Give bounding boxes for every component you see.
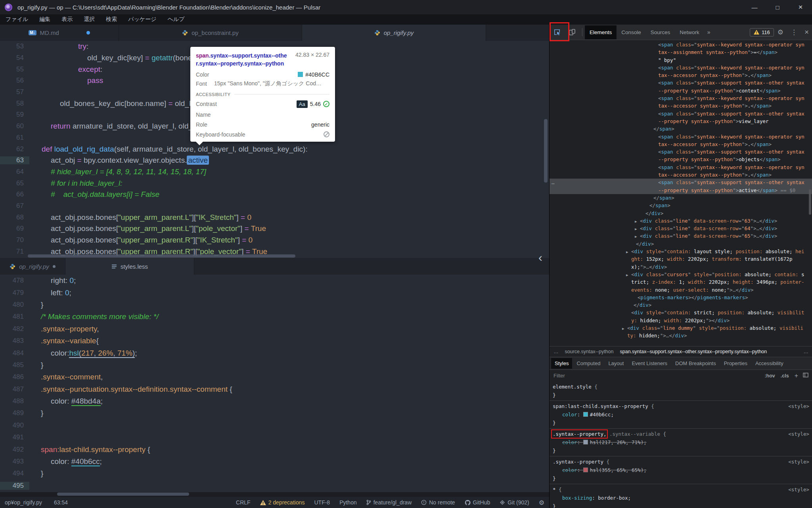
code-line-487[interactable]: 487.syntax--punctuation.syntax--definiti… bbox=[0, 383, 549, 395]
tab-styles.less[interactable]: styles.less bbox=[65, 258, 194, 275]
devtools-close-icon[interactable]: × bbox=[801, 28, 812, 37]
css-rule[interactable]: .syntax--property {<style>color: hsl(355… bbox=[550, 456, 812, 484]
top-editor-hscrollbar[interactable] bbox=[28, 254, 295, 258]
dom-tree-node[interactable]: " bpy" bbox=[550, 56, 812, 64]
maximize-button[interactable]: □ bbox=[766, 0, 789, 14]
devtools-kebab-menu-icon[interactable]: ⋮ bbox=[787, 28, 801, 37]
bottom-editor-hscrollbar[interactable] bbox=[57, 493, 189, 496]
dom-tree-node[interactable]: ▶<div style="contain: layout style; posi… bbox=[550, 248, 812, 271]
breadcrumb-source[interactable]: source.syntax--python bbox=[565, 349, 614, 354]
dom-tree-node[interactable]: <span class="syntax--support syntax--oth… bbox=[550, 110, 812, 125]
dom-tree-node[interactable]: <span class="syntax--keyword syntax--ope… bbox=[550, 164, 812, 179]
code-line-69[interactable]: 69act_obj.pose.bones["upper_arm_parent.L… bbox=[0, 223, 549, 235]
tab-op_rigify.py[interactable]: op_rigify.py bbox=[302, 25, 486, 41]
code-line-481[interactable]: 481/* Makes comments more visible: */ bbox=[0, 311, 549, 323]
minimize-button[interactable]: — bbox=[743, 0, 766, 14]
dom-tree-node[interactable]: </div> bbox=[550, 210, 812, 217]
devtools-tab-elements[interactable]: Elements bbox=[585, 25, 617, 39]
dom-tree-node[interactable]: <span class="syntax--keyword syntax--ope… bbox=[550, 94, 812, 110]
code-line-66[interactable]: 66# act_obj.data.layers[i] = False bbox=[0, 189, 549, 200]
code-line-478[interactable]: 478right: 0; bbox=[0, 275, 549, 287]
dom-tree-node[interactable]: <span class="syntax--keyword syntax--ope… bbox=[550, 133, 812, 148]
code-line-494[interactable]: 494} bbox=[0, 468, 549, 479]
dom-tree-node[interactable]: <pigments-markers></pigments-markers> bbox=[550, 294, 812, 301]
style-source-link[interactable]: <style> bbox=[788, 458, 809, 466]
devtools-tab-network[interactable]: Network bbox=[675, 25, 704, 39]
styles-tab-layout[interactable]: Layout bbox=[605, 358, 627, 369]
top-editor-vscrollbar[interactable] bbox=[544, 119, 548, 183]
code-line-488[interactable]: 488color: #48bd4a; bbox=[0, 395, 549, 407]
dom-tree-node[interactable]: ▶<div class="cursors" style="position: a… bbox=[550, 271, 812, 294]
status-item-crlf[interactable]: CRLF bbox=[236, 499, 251, 506]
menu-item[interactable]: 編集 bbox=[34, 14, 56, 25]
status-item-git-902-[interactable]: Git (902) bbox=[500, 499, 529, 506]
dom-tree-node[interactable]: …<span class="syntax--support syntax--ot… bbox=[550, 179, 812, 194]
code-line-485[interactable]: 485} bbox=[0, 359, 549, 371]
styles-tab-event-listeners[interactable]: Event Listeners bbox=[628, 358, 671, 369]
code-line-491[interactable]: 491 bbox=[0, 431, 549, 443]
css-property[interactable]: box-sizing: border-box; bbox=[553, 494, 809, 502]
style-source-link[interactable]: <style> bbox=[788, 485, 809, 494]
expand-arrow-icon[interactable]: ▶ bbox=[626, 271, 628, 279]
dom-tree-node[interactable]: </span> bbox=[550, 125, 812, 133]
tab-MD.md[interactable]: M↓MD.md bbox=[0, 25, 119, 41]
css-rule[interactable]: element.style {} bbox=[550, 381, 812, 401]
expand-arrow-icon[interactable]: ▶ bbox=[626, 248, 628, 256]
bottom-code-editor[interactable]: 478right: 0;479left: 0;480}481/* Makes c… bbox=[0, 275, 549, 492]
dom-tree-node[interactable]: <span class="syntax--keyword syntax--ope… bbox=[550, 41, 812, 56]
tab-op_bconstraint.py[interactable]: op_bconstraint.py bbox=[119, 25, 302, 41]
style-source-link[interactable]: <style> bbox=[788, 402, 809, 410]
devtools-settings-gear-icon[interactable]: ⚙ bbox=[774, 28, 787, 37]
styles-tab-accessibility[interactable]: Accessibility bbox=[752, 358, 787, 369]
status-item-utf-8[interactable]: UTF-8 bbox=[314, 499, 330, 506]
dom-tree-node[interactable]: <span class="syntax--support syntax--oth… bbox=[550, 148, 812, 164]
dom-tree-node[interactable]: </div> bbox=[550, 240, 812, 248]
code-line-63[interactable]: 63act_obj = bpy.context.view_layer.objec… bbox=[0, 155, 549, 166]
new-style-rule-button[interactable]: + bbox=[795, 372, 798, 379]
code-line-495[interactable]: 495 bbox=[0, 480, 549, 492]
dom-tree-node[interactable]: </span> bbox=[550, 202, 812, 209]
menu-item[interactable]: 選択 bbox=[78, 14, 100, 25]
styles-filter-input[interactable]: Filter bbox=[553, 373, 565, 379]
dom-tree-node[interactable]: ▶<div class="line dummy" style="position… bbox=[550, 324, 812, 340]
code-line-479[interactable]: 479left: 0; bbox=[0, 287, 549, 298]
devtools-tab-sources[interactable]: Sources bbox=[646, 25, 675, 39]
toggle-class-button[interactable]: .cls bbox=[781, 373, 789, 379]
tab-op_rigify.py[interactable]: op_rigify.py bbox=[0, 258, 65, 275]
expand-arrow-icon[interactable]: ▶ bbox=[622, 325, 624, 333]
dom-tree-node[interactable]: <span class="syntax--support syntax--oth… bbox=[550, 79, 812, 94]
code-line-68[interactable]: 68act_obj.pose.bones["upper_arm_parent.L… bbox=[0, 212, 549, 223]
style-source-link[interactable]: <style> bbox=[788, 430, 809, 438]
issues-badge[interactable]: 116 bbox=[750, 28, 774, 37]
styles-tab-properties[interactable]: Properties bbox=[720, 358, 751, 369]
code-line-484[interactable]: 484color:hsl(217, 26%, 71%); bbox=[0, 347, 549, 359]
status-cursor-position[interactable]: 63:54 bbox=[54, 499, 68, 506]
styles-tab-styles[interactable]: Styles bbox=[551, 358, 572, 369]
node-options-dots[interactable]: … bbox=[552, 179, 555, 186]
dom-tree-node[interactable]: <div style="contain: strict; position: a… bbox=[550, 309, 812, 324]
code-line-483[interactable]: 483.syntax--variable{ bbox=[0, 335, 549, 347]
close-button[interactable]: × bbox=[789, 0, 812, 14]
code-line-486[interactable]: 486.syntax--comment, bbox=[0, 371, 549, 383]
breadcrumb-selected[interactable]: span.syntax--support.syntax--other.synta… bbox=[620, 349, 767, 354]
code-line-492[interactable]: 492span:last-child.syntax--property { bbox=[0, 443, 549, 455]
toggle-hover-state-button[interactable]: :hov bbox=[764, 373, 775, 379]
collapse-panel-chevron-icon[interactable]: ‹ bbox=[538, 252, 542, 264]
styles-tab-dom-breakpoints[interactable]: DOM Breakpoints bbox=[672, 358, 720, 369]
css-rule[interactable]: * {<style>box-sizing: border-box;} bbox=[550, 484, 812, 508]
menu-item[interactable]: ファイル bbox=[0, 14, 34, 25]
color-swatch[interactable] bbox=[583, 440, 588, 444]
code-line-482[interactable]: 482.syntax--property, bbox=[0, 323, 549, 335]
dom-tree-node[interactable]: ▶<div class="line" data-screen-row="65">… bbox=[550, 232, 812, 240]
computed-sidebar-toggle-icon[interactable] bbox=[803, 373, 808, 379]
css-property[interactable]: color: hsl(217, 26%, 71%); bbox=[553, 438, 809, 446]
css-property[interactable]: color: #40b6cc; bbox=[553, 410, 809, 419]
color-swatch[interactable] bbox=[583, 412, 588, 417]
color-swatch[interactable] bbox=[583, 468, 588, 472]
status-item-python[interactable]: Python bbox=[339, 499, 357, 506]
status-item-gear[interactable]: ⚙ bbox=[539, 499, 544, 506]
code-line-62[interactable]: 62def load_old_rig_data(self, armature_i… bbox=[0, 143, 549, 155]
menu-item[interactable]: 表示 bbox=[56, 14, 78, 25]
devtools-scrollbar[interactable] bbox=[809, 189, 811, 215]
code-line-489[interactable]: 489} bbox=[0, 407, 549, 419]
